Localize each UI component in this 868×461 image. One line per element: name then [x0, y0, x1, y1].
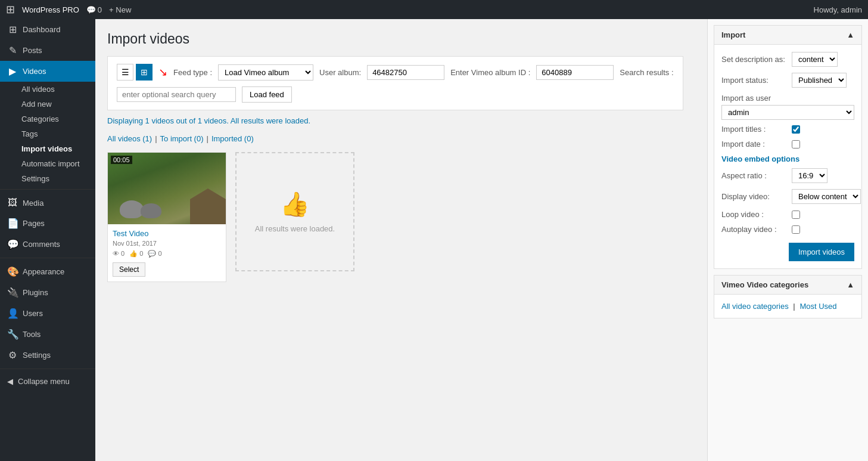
feed-type-label: Feed type :	[173, 68, 212, 77]
sidebar-sub-add-new[interactable]: Add new	[0, 97, 95, 112]
sidebar-sub-import-videos[interactable]: Import videos	[0, 141, 95, 156]
display-row: Display video: Below content	[721, 189, 854, 204]
sidebar-label-dashboard: Dashboard	[23, 25, 61, 34]
video-stats: 👁 0 👍 0 💬 0	[113, 250, 221, 258]
sidebar-divider-1	[0, 189, 95, 190]
all-categories-link[interactable]: All video categories	[721, 302, 789, 311]
sidebar-item-dashboard[interactable]: ⊞ Dashboard	[0, 19, 95, 40]
sidebar-sub-settings[interactable]: Settings	[0, 171, 95, 186]
vimeo-album-label: Enter Vimeo album ID :	[450, 68, 530, 77]
collapse-menu[interactable]: ◀ Collapse menu	[0, 372, 95, 391]
sidebar-item-videos[interactable]: ▶ Videos	[0, 61, 95, 82]
comments-stat: 💬 0	[148, 250, 161, 258]
list-view-button[interactable]: ☰	[117, 64, 133, 81]
sidebar-sub-auto-import[interactable]: Automatic import	[0, 156, 95, 171]
sidebar-item-settings[interactable]: ⚙ Settings	[0, 345, 95, 366]
titles-row: Import titles :	[721, 125, 854, 134]
as-user-label: Import as user	[721, 94, 854, 103]
grid-view-button[interactable]: ⊞	[136, 64, 153, 81]
status-select[interactable]: Published	[792, 73, 847, 88]
video-info: Test Video Nov 01st, 2017 👁 0 👍 0 💬 0 Se…	[108, 224, 226, 281]
feed-type-select[interactable]: Load Vimeo albumLoad Vimeo channelLoad V…	[218, 64, 313, 81]
tab-to-import[interactable]: To import (0)	[160, 134, 204, 143]
aspect-select[interactable]: 16:9	[792, 168, 827, 183]
right-panel: Import ▲ Set description as: content Imp…	[707, 19, 868, 461]
load-feed-button[interactable]: Load feed	[242, 86, 292, 103]
autoplay-checkbox[interactable]	[792, 225, 800, 234]
import-section: Import ▲ Set description as: content Imp…	[714, 25, 862, 269]
comment-icon: 💬	[86, 5, 96, 14]
sidebar-item-pages[interactable]: 📄 Pages	[0, 213, 95, 234]
sidebar-label-posts: Posts	[23, 46, 42, 55]
sidebar-label-media: Media	[23, 199, 43, 208]
video-thumbnail: 00:05	[108, 153, 226, 224]
select-button[interactable]: Select	[113, 262, 145, 277]
vimeo-album-input[interactable]	[536, 65, 614, 80]
vimeo-collapse-icon: ▲	[847, 280, 854, 289]
user-album-input[interactable]	[367, 65, 444, 80]
sidebar-sub-all-videos[interactable]: All videos	[0, 82, 95, 97]
video-card: 00:05 Test Video Nov 01st, 2017 👁 0 👍 0 …	[107, 152, 226, 282]
date-checkbox[interactable]	[792, 140, 800, 148]
tags-label: Tags	[21, 129, 38, 138]
all-videos-label: All videos	[21, 85, 55, 94]
sidebar-label-plugins: Plugins	[23, 288, 48, 297]
loop-checkbox[interactable]	[792, 211, 800, 219]
description-select[interactable]: content	[792, 52, 838, 67]
display-select[interactable]: Below content	[792, 189, 861, 204]
loop-label: Loop video :	[721, 210, 787, 219]
sidebar-item-media[interactable]: 🖼 Media	[0, 193, 95, 213]
all-loaded-message: All results were loaded.	[255, 224, 335, 233]
titles-label: Import titles :	[721, 125, 787, 134]
import-videos-label: Import videos	[21, 144, 72, 153]
video-title: Test Video	[113, 229, 221, 238]
howdy-text: Howdy, admin	[814, 5, 862, 14]
status-message: Displaying 1 videos out of 1 videos. All…	[107, 116, 683, 125]
search-results-label: Search results :	[620, 68, 673, 77]
titles-checkbox[interactable]	[792, 125, 800, 134]
vimeo-categories-body: All video categories | Most Used	[714, 295, 861, 318]
video-tabs: All videos (1) | To import (0) | Importe…	[107, 134, 683, 143]
tab-all-videos[interactable]: All videos (1)	[107, 134, 152, 143]
sidebar-sub-categories[interactable]: Categories	[0, 112, 95, 126]
sidebar-item-plugins[interactable]: 🔌 Plugins	[0, 282, 95, 303]
as-user-select[interactable]: admin	[721, 105, 854, 120]
embed-options-title: Video embed options	[721, 154, 854, 163]
new-label: + New	[109, 5, 131, 14]
page-title: Import videos	[107, 31, 683, 47]
import-collapse-icon: ▲	[847, 30, 854, 39]
media-icon: 🖼	[7, 197, 18, 208]
sidebar-item-comments[interactable]: 💬 Comments	[0, 234, 95, 255]
sidebar-divider-3	[0, 369, 95, 369]
aspect-row: Aspect ratio : 16:9	[721, 168, 854, 183]
site-name[interactable]: WordPress PRO	[22, 5, 79, 14]
collapse-menu-label: Collapse menu	[18, 377, 70, 386]
comments-icon: 💬	[7, 239, 18, 250]
view-toggle: ☰ ⊞	[117, 64, 153, 81]
sidebar-item-tools[interactable]: 🔧 Tools	[0, 324, 95, 345]
sidebar-sub-tags[interactable]: Tags	[0, 126, 95, 141]
sidebar-divider-2	[0, 258, 95, 258]
date-label: Import date :	[721, 140, 787, 148]
new-button[interactable]: + New	[109, 5, 131, 14]
sidebar-label-settings: Settings	[23, 351, 51, 360]
dashboard-icon: ⊞	[7, 24, 18, 35]
import-videos-button[interactable]: Import videos	[789, 243, 854, 261]
sidebar-item-appearance[interactable]: 🎨 Appearance	[0, 261, 95, 282]
tab-imported[interactable]: Imported (0)	[211, 134, 254, 143]
video-date: Nov 01st, 2017	[113, 240, 221, 247]
most-used-link[interactable]: Most Used	[799, 302, 836, 311]
sidebar-item-posts[interactable]: ✎ Posts	[0, 40, 95, 61]
categories-label: Categories	[21, 115, 59, 123]
likes-stat: 👍 0	[129, 250, 143, 258]
search-input[interactable]	[117, 87, 236, 102]
comments-bubble[interactable]: 💬 0	[86, 5, 102, 14]
wp-logo-icon: ⊞	[6, 3, 15, 16]
sidebar-label-tools: Tools	[23, 330, 41, 339]
videos-grid: 00:05 Test Video Nov 01st, 2017 👁 0 👍 0 …	[107, 152, 683, 282]
sidebar-item-users[interactable]: 👤 Users	[0, 303, 95, 324]
videos-icon: ▶	[7, 66, 18, 77]
vimeo-categories-section: Vimeo Video categories ▲ All video categ…	[714, 275, 862, 318]
as-user-section: Import as user admin	[721, 94, 854, 120]
import-panel-header: Import ▲	[714, 26, 861, 45]
